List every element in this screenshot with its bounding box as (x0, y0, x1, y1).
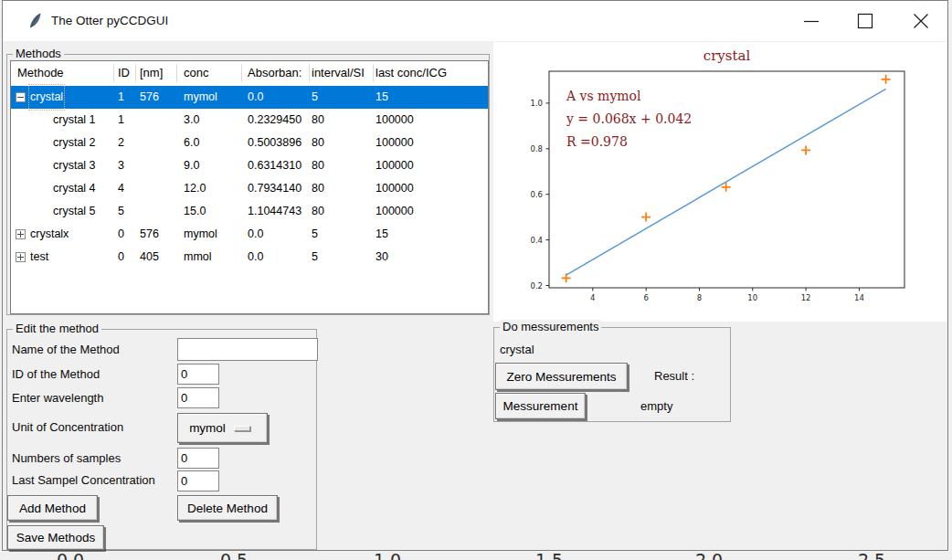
cell-absorbance: 0.0 (248, 86, 263, 109)
x-tick-label: 8 (697, 293, 702, 302)
save-methods-button[interactable]: Save Methods (7, 525, 104, 550)
table-row[interactable]: crystal 226.00.500389680100000 (11, 132, 488, 154)
cell-id: 5 (118, 200, 124, 223)
cell-last_conc: 30 (376, 246, 388, 269)
background-tick-fragment: 0.5 (220, 550, 248, 560)
edit-method-panel: Edit the method Name of the MethodID of … (6, 329, 317, 550)
maximize-icon (857, 13, 873, 29)
cell-methode: crystal 3 (53, 154, 96, 177)
column-header-id[interactable]: ID (118, 61, 130, 85)
cell-methode: crystal 1 (53, 109, 96, 132)
method-id-label: ID of the Method (12, 367, 100, 382)
expand-plus-icon[interactable] (16, 229, 26, 239)
cell-last_conc: 15 (376, 86, 388, 109)
concentration-unit-label: Unit of Concentration (12, 420, 123, 435)
cell-interval: 80 (312, 109, 324, 132)
method-id-field[interactable] (177, 364, 219, 385)
cell-conc: 3.0 (184, 109, 199, 132)
column-header-conc[interactable]: conc (184, 61, 208, 85)
column-separator (176, 64, 177, 82)
zero-measurements-button[interactable]: Zero Messurements (495, 363, 628, 390)
cell-interval: 80 (312, 200, 324, 223)
expand-plus-icon[interactable] (16, 252, 26, 262)
method-name-field[interactable] (177, 338, 318, 361)
x-tick-label: 6 (643, 293, 648, 302)
column-separator (113, 64, 114, 82)
y-tick-label: 1.0 (530, 99, 543, 108)
cell-absorbance: 0.0 (248, 223, 263, 246)
background-tick-fragment: 2.0 (695, 550, 723, 560)
cell-id: 1 (118, 86, 124, 109)
last-sample-concentration-label: Last Sampel Concentration (12, 473, 155, 488)
plot-canvas: crystalA vs mymoly = 0.068x + 0.042R =0.… (493, 42, 947, 322)
measurement-button[interactable]: Messurement (495, 393, 586, 419)
table-row[interactable]: crystal 4412.00.793414080100000 (11, 177, 488, 200)
cell-absorbance: 1.1044743 (248, 200, 301, 223)
table-row[interactable]: test0405mmol0.0530 (11, 246, 488, 269)
cell-conc: mmol (184, 246, 212, 269)
minimize-button[interactable] (790, 1, 832, 41)
plot-annotation: y = 0.068x + 0.042 (566, 111, 692, 126)
table-row[interactable]: crystal 339.00.631431080100000 (11, 154, 488, 177)
wavelength-field[interactable] (177, 387, 219, 408)
feather-icon (28, 12, 43, 30)
background-tick-fragment: 0.0 (57, 550, 84, 560)
maximize-button[interactable] (844, 1, 886, 41)
result-value: empty (640, 399, 672, 413)
measurements-panel-label: Do messurements (500, 320, 601, 333)
table-row[interactable]: crystal1576mymol0.0515 (11, 86, 488, 109)
column-separator (241, 64, 242, 82)
column-header-last-conc-icg[interactable]: last conc/ICG (376, 61, 447, 85)
cell-last_conc: 100000 (376, 109, 414, 132)
collapse-minus-icon[interactable] (16, 92, 26, 102)
plot-annotation: R =0.978 (566, 134, 628, 149)
wavelength-label: Enter wavelength (12, 391, 103, 406)
app-window: The Otter pyCCDGUI Methods MethodeID[nm]… (2, 0, 948, 551)
column-separator (135, 64, 136, 82)
table-row[interactable]: crystal 5515.01.104474380100000 (11, 200, 488, 223)
delete-method-button[interactable]: Delete Method (177, 495, 278, 521)
y-tick-label: 0.8 (530, 144, 543, 153)
current-method-label: crystal (500, 343, 534, 356)
column-header--nm-[interactable]: [nm] (140, 61, 163, 85)
treeview-header: MethodeID[nm]concAbsorban:interval/SIlas… (11, 61, 488, 87)
y-tick-label: 0.4 (530, 236, 543, 245)
cell-absorbance: 0.0 (248, 246, 263, 269)
cell-id: 2 (118, 132, 124, 154)
x-tick-label: 14 (854, 293, 864, 302)
cell-methode: crystal 4 (53, 177, 96, 200)
axes-frame (549, 71, 904, 288)
table-row[interactable]: crystal 113.00.232945080100000 (11, 109, 488, 132)
plot-annotation: A vs mymol (566, 89, 641, 103)
methods-panel-label: Methods (13, 47, 64, 60)
cell-id: 3 (118, 154, 124, 177)
last-sample-concentration-field[interactable] (177, 470, 219, 491)
cell-interval: 5 (312, 246, 318, 269)
methods-panel: Methods MethodeID[nm]concAbsorban:interv… (6, 54, 490, 315)
plot-title: crystal (703, 48, 751, 64)
column-header-interval-si[interactable]: interval/SI (312, 61, 365, 85)
column-header-methode[interactable]: Methode (17, 61, 64, 85)
method-name-label: Name of the Method (12, 343, 120, 357)
title-bar: The Otter pyCCDGUI (3, 1, 947, 41)
background-tick-fragment: 2.5 (858, 550, 885, 560)
x-tick-label: 10 (747, 293, 757, 302)
close-button[interactable] (900, 1, 942, 41)
result-label: Result : (654, 369, 694, 383)
dropdown-selected-value: mymol (189, 421, 226, 435)
cell-last_conc: 100000 (376, 154, 414, 177)
table-row[interactable]: crystalx0576mymol0.0515 (11, 223, 488, 246)
cell-id: 0 (118, 223, 124, 246)
background-tick-fragment: 1.5 (535, 550, 563, 560)
sample-count-label: Numbers of samples (12, 451, 121, 466)
sample-count-field[interactable] (177, 448, 219, 469)
add-method-button[interactable]: Add Method (7, 495, 98, 521)
cell-absorbance: 0.7934140 (248, 177, 301, 200)
x-tick-label: 4 (590, 293, 595, 302)
cell-conc: 12.0 (184, 177, 206, 200)
column-header-absorban-[interactable]: Absorban: (248, 61, 301, 85)
concentration-unit-dropdown[interactable]: mymol (177, 413, 268, 443)
cell-conc: mymol (184, 86, 217, 109)
cell-methode: test (30, 246, 48, 269)
methods-treeview[interactable]: MethodeID[nm]concAbsorban:interval/SIlas… (10, 60, 489, 314)
